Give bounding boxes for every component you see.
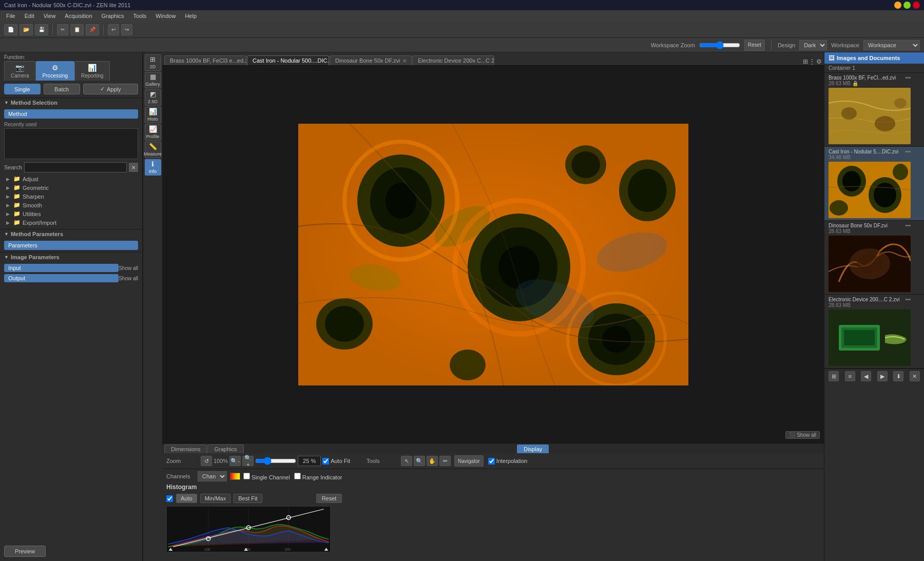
output-show-all[interactable]: Show all [119, 276, 138, 281]
toolbar-undo[interactable]: ↩ [108, 24, 119, 35]
workspace-select[interactable]: Workspace [863, 40, 920, 50]
right-panel-prev-button[interactable]: ◀ [861, 371, 871, 381]
hist-bestfit-button[interactable]: Best Fit [234, 494, 262, 503]
image-params-header[interactable]: ▼ Image Parameters [0, 252, 142, 262]
doc-item-electronic[interactable]: Electronic Device 200....C 2.zvi ••• 28.… [824, 295, 924, 369]
method-params-header[interactable]: ▼ Method Parameters [0, 229, 142, 239]
toolbar-new[interactable]: 📄 [4, 24, 17, 35]
doc-cast-iron-menu[interactable]: ••• [905, 149, 911, 154]
tab-list-view[interactable]: ⋮ [809, 58, 815, 65]
range-indicator-label[interactable]: Range Indicator [294, 473, 342, 480]
doc-dinosaur-menu[interactable]: ••• [905, 223, 911, 228]
single-mode-button[interactable]: Single [4, 84, 41, 94]
toolbar-cut[interactable]: ✂ [57, 24, 68, 35]
toolbar-paste[interactable]: 📌 [86, 24, 99, 35]
doc-item-cast-iron[interactable]: Cast Iron - Nodular 5....DIC.zvi ••• 34.… [824, 147, 924, 221]
right-panel-close-button[interactable]: ✕ [910, 371, 920, 381]
hist-reset-button[interactable]: Reset [316, 494, 342, 503]
toolbar-open[interactable]: 📂 [20, 24, 33, 35]
tree-item-geometric[interactable]: ▶ 📁 Geometric [4, 183, 138, 192]
tool-pointer[interactable]: ↖ [401, 456, 412, 466]
close-button[interactable] [913, 2, 920, 9]
tree-item-export-import[interactable]: ▶ 📁 Export/Import [4, 218, 138, 227]
menu-file[interactable]: File [2, 12, 20, 20]
method-selected[interactable]: Method [4, 109, 138, 119]
menu-window[interactable]: Window [151, 12, 180, 20]
doc-brass-menu[interactable]: ••• [905, 75, 911, 81]
zoom-input[interactable] [298, 456, 321, 466]
apply-button[interactable]: ✓Apply [83, 84, 139, 94]
workspace-reset-button[interactable]: Reset [744, 40, 765, 51]
minimize-button[interactable] [894, 2, 901, 9]
menu-graphics[interactable]: Graphics [98, 12, 128, 20]
search-clear-button[interactable]: ✕ [129, 163, 138, 172]
tab-settings-view[interactable]: ⚙ [816, 58, 822, 65]
right-panel-import-button[interactable]: ⬇ [893, 371, 903, 381]
menu-help[interactable]: Help [181, 12, 201, 20]
tab-dinosaur-close[interactable]: ✕ [402, 58, 407, 64]
toolbar-save[interactable]: 💾 [35, 24, 48, 35]
auto-fit-checkbox[interactable]: Auto Fit [322, 458, 350, 465]
right-panel-list-button[interactable]: ≡ [845, 371, 855, 381]
tab-dinosaur[interactable]: Dinosaur Bone 50x DF.zvi ✕ [330, 55, 412, 65]
doc-electronic-menu[interactable]: ••• [905, 297, 911, 302]
view-2d-button[interactable]: ⊞ 2D [145, 54, 161, 71]
doc-item-brass[interactable]: Brass 1000x BF, FeCl...ed.zvi ••• 28.63 … [824, 73, 924, 147]
zoom-out-button[interactable]: 🔍- [229, 456, 241, 466]
tree-item-sharpen[interactable]: ▶ 📁 Sharpen [4, 192, 138, 201]
tool-draw[interactable]: ✏ [439, 456, 451, 466]
btab-dimensions[interactable]: Dimensions [164, 444, 207, 453]
menu-view[interactable]: View [40, 12, 60, 20]
navigator-button[interactable]: Navigator [454, 455, 484, 467]
btab-graphics[interactable]: Graphics [207, 444, 243, 453]
zoom-slider[interactable] [255, 457, 296, 465]
view-info-button[interactable]: ℹ Info [145, 159, 161, 176]
tab-processing[interactable]: ⚙ Processing [36, 61, 74, 81]
tab-electronic[interactable]: Electronic Device 200x C...C 2.zvi ✕ [412, 55, 494, 65]
maximize-button[interactable] [903, 2, 911, 9]
doc-item-dinosaur[interactable]: Dinosaur Bone 50x DF.zvi ••• 28.63 MB [824, 221, 924, 295]
view-histo-button[interactable]: 📊 Histo [145, 107, 161, 123]
search-input[interactable] [24, 162, 127, 172]
params-selected[interactable]: Parameters [4, 241, 138, 250]
view-gallery-button[interactable]: ▦ Gallery [145, 72, 161, 88]
view-profile-button[interactable]: 📈 Profile [145, 124, 161, 141]
tab-cast-iron[interactable]: Cast Iron - Nodular 500....DIC.zvi ✕ [247, 55, 329, 65]
zoom-value: 100% [214, 458, 228, 464]
show-all-button[interactable]: ⬛ Show all [785, 431, 820, 439]
zoom-in-button[interactable]: 🔍+ [242, 456, 254, 466]
batch-mode-button[interactable]: Batch [44, 84, 80, 94]
view-measure-button[interactable]: 📏 Measure [145, 142, 161, 158]
tree-item-smooth[interactable]: ▶ 📁 Smooth [4, 201, 138, 209]
single-channel-label[interactable]: Single Channel [243, 473, 290, 480]
tool-pan[interactable]: ✋ [427, 456, 438, 466]
preview-button[interactable]: Preview [4, 546, 46, 557]
menu-tools[interactable]: Tools [129, 12, 151, 20]
tree-item-adjust[interactable]: ▶ 📁 Adjust [4, 175, 138, 183]
input-show-all[interactable]: Show all [119, 265, 138, 271]
interpolation-checkbox[interactable]: Interpolation [488, 458, 528, 465]
tree-item-utilities[interactable]: ▶ 📁 Utilities [4, 209, 138, 218]
toolbar-redo[interactable]: ↪ [121, 24, 132, 35]
tab-reporting[interactable]: 📊 Reporting [74, 61, 110, 81]
tab-grid-view[interactable]: ⊞ [803, 58, 808, 65]
theme-select[interactable]: Dark Light [799, 40, 827, 50]
menu-edit[interactable]: Edit [21, 12, 38, 20]
hist-minmax-button[interactable]: Min/Max [200, 494, 231, 503]
tab-brass[interactable]: Brass 1000x BF, FeCl3 e...ed.zvi ✕ [164, 55, 246, 65]
right-panel-next-button[interactable]: ▶ [877, 371, 888, 381]
method-selection-header[interactable]: ▼ Method Selection [0, 98, 142, 107]
channel-select[interactable]: Chan [198, 471, 227, 481]
zoom-reset-button[interactable]: ↺ [201, 456, 212, 466]
tab-camera[interactable]: 📷 Camera [4, 61, 36, 81]
hist-auto-button[interactable]: Auto [176, 494, 197, 503]
toolbar-copy[interactable]: 📋 [70, 24, 84, 35]
btab-display[interactable]: Display [517, 444, 549, 453]
histogram-auto-checkbox[interactable] [166, 495, 173, 502]
tool-zoom[interactable]: 🔍 [414, 456, 425, 466]
adjust-arrow: ▶ [6, 177, 11, 182]
menu-acquisition[interactable]: Acquisition [61, 12, 96, 20]
workspace-zoom-slider[interactable] [699, 41, 740, 49]
right-panel-grid-button[interactable]: ⊞ [829, 371, 839, 381]
view-25d-button[interactable]: ◩ 2.5D [145, 89, 161, 106]
